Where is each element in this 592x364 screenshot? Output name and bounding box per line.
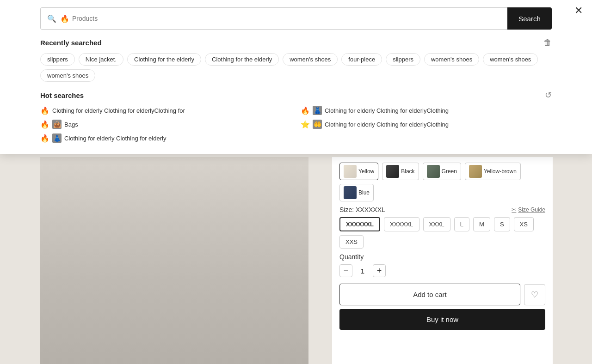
hot-item-1-img: 👗 (313, 106, 322, 115)
hot-item-0-text: Clothing for elderly Clothing for elderl… (52, 107, 185, 114)
hot-item-2-img: 👜 (52, 120, 62, 129)
size-btn-m[interactable]: M (473, 217, 490, 231)
quantity-label: Quantity (339, 253, 545, 261)
recent-tag-3[interactable]: Clothing for the elderly (205, 53, 279, 66)
hot-item-3-img: 🤲 (313, 120, 322, 129)
color-swatch-blue[interactable]: Blue (339, 184, 374, 201)
recently-searched-section: Recently searched 🗑 slippers Nice jacket… (0, 30, 592, 82)
swatch-img-black (386, 165, 399, 178)
color-name-black: Black (401, 168, 414, 175)
hot-item-3-icon: ⭐ (301, 120, 310, 129)
color-name-yellowbrown: Yellow-brown (484, 168, 517, 175)
hot-item-4-icon: 🔥 (40, 134, 49, 143)
size-header-row: Size: XXXXXXL ✂ Size Guide (339, 206, 545, 213)
wishlist-button[interactable]: ♡ (524, 284, 545, 305)
size-btn-xxxxxxl[interactable]: XXXXXXL (339, 217, 380, 231)
search-input[interactable] (72, 15, 501, 22)
hot-item-3-text: Clothing for elderly Clothing for elderl… (325, 121, 449, 128)
hot-searches-title: Hot searches (40, 91, 84, 99)
recent-tag-8[interactable]: women's shoes (483, 53, 538, 66)
recent-tag-1[interactable]: Nice jacket. (79, 53, 123, 66)
recent-tag-2[interactable]: Clothing for the elderly (127, 53, 201, 66)
hot-item-3[interactable]: ⭐ 🤲 Clothing for elderly Clothing for el… (301, 120, 552, 129)
swatch-img-yellow (344, 165, 357, 178)
add-to-cart-row: Add to cart ♡ (339, 284, 545, 305)
search-overlay: ✕ 🔍 🔥 Search Recently searched 🗑 slipper… (0, 0, 592, 154)
size-btn-xxxxxl[interactable]: XXXXXL (384, 217, 419, 231)
size-btn-xxxl[interactable]: XXXL (423, 217, 450, 231)
hot-item-1-text: Clothing for elderly Clothing for elderl… (325, 107, 449, 114)
hot-item-4[interactable]: 🔥 👗 Clothing for elderly Clothing for el… (40, 133, 291, 143)
recently-searched-title: Recently searched (40, 39, 102, 47)
scissors-icon: ✂ (512, 206, 516, 213)
search-icon: 🔍 (47, 14, 56, 23)
color-swatch-yellowbrown[interactable]: Yellow-brown (465, 163, 521, 180)
recent-tag-6[interactable]: slippers (386, 53, 420, 66)
size-btn-xs[interactable]: XS (514, 217, 534, 231)
flame-icon: 🔥 (60, 14, 69, 23)
hot-item-1[interactable]: 🔥 👗 Clothing for elderly Clothing for el… (301, 106, 552, 115)
color-name-green: Green (442, 168, 457, 175)
hot-item-2-text: Bags (64, 121, 78, 128)
size-label: Size: XXXXXXL (339, 206, 385, 213)
hot-item-4-text: Clothing for elderly Clothing for elderl… (64, 135, 166, 142)
recent-tag-7[interactable]: women's shoes (424, 53, 479, 66)
hot-searches-header: Hot searches ↺ (40, 90, 552, 100)
quantity-increase-button[interactable]: + (373, 264, 386, 277)
size-btn-l[interactable]: L (454, 217, 469, 231)
heart-icon: ♡ (531, 290, 538, 300)
quantity-value: 1 (358, 267, 367, 275)
recent-tag-5[interactable]: four-piece (341, 53, 382, 66)
add-to-cart-button[interactable]: Add to cart (339, 284, 520, 305)
recently-searched-tags: slippers Nice jacket. Clothing for the e… (40, 53, 552, 82)
quantity-decrease-button[interactable]: − (339, 264, 352, 277)
buy-now-button[interactable]: Buy it now (339, 309, 545, 330)
hot-item-4-img: 👗 (52, 133, 62, 143)
swatch-img-green (427, 165, 440, 178)
quantity-row: − 1 + (339, 264, 545, 277)
recent-tag-9[interactable]: women's shoes (40, 69, 95, 82)
swatch-img-blue (344, 186, 357, 199)
search-button[interactable]: Search (507, 7, 552, 30)
recent-tag-4[interactable]: women's shoes (283, 53, 338, 66)
color-swatch-green[interactable]: Green (423, 163, 461, 180)
hot-searches-grid: 🔥 Clothing for elderly Clothing for elde… (40, 106, 552, 143)
hot-item-0[interactable]: 🔥 Clothing for elderly Clothing for elde… (40, 106, 291, 115)
search-bar-row: 🔍 🔥 Search (0, 0, 592, 30)
color-swatch-black[interactable]: Black (382, 163, 419, 180)
color-swatch-yellow[interactable]: Yellow (339, 163, 378, 180)
color-swatches-row: Yellow Black Green Yellow-brown (339, 163, 545, 180)
delete-history-icon[interactable]: 🗑 (543, 38, 552, 48)
product-image-area (40, 157, 308, 364)
size-btn-xxs[interactable]: XXS (339, 235, 364, 249)
recent-tag-0[interactable]: slippers (40, 53, 75, 66)
product-figure (40, 157, 308, 364)
color-name-blue: Blue (358, 189, 370, 196)
hot-item-2-icon: 🔥 (40, 120, 49, 129)
search-input-wrap: 🔍 🔥 (40, 7, 507, 30)
hot-item-1-icon: 🔥 (301, 106, 310, 115)
refresh-icon[interactable]: ↺ (545, 90, 552, 100)
hot-searches-section: Hot searches ↺ 🔥 Clothing for elderly Cl… (0, 82, 592, 143)
size-guide-link[interactable]: ✂ Size Guide (512, 206, 545, 213)
size-btn-s[interactable]: S (494, 217, 510, 231)
swatch-img-yellowbrown (469, 165, 482, 178)
recently-searched-header: Recently searched 🗑 (40, 38, 552, 48)
color-swatches-row-2: Blue (339, 184, 545, 201)
color-name-yellow: Yellow (358, 168, 374, 175)
right-panel: Yellow Black Green Yellow-brown Blue Siz… (332, 157, 553, 364)
close-button[interactable]: ✕ (574, 6, 583, 16)
hot-item-0-icon: 🔥 (40, 106, 49, 115)
hot-item-2[interactable]: 🔥 👜 Bags (40, 120, 291, 129)
size-buttons-row: XXXXXXL XXXXXL XXXL L M S XS XXS (339, 217, 545, 249)
